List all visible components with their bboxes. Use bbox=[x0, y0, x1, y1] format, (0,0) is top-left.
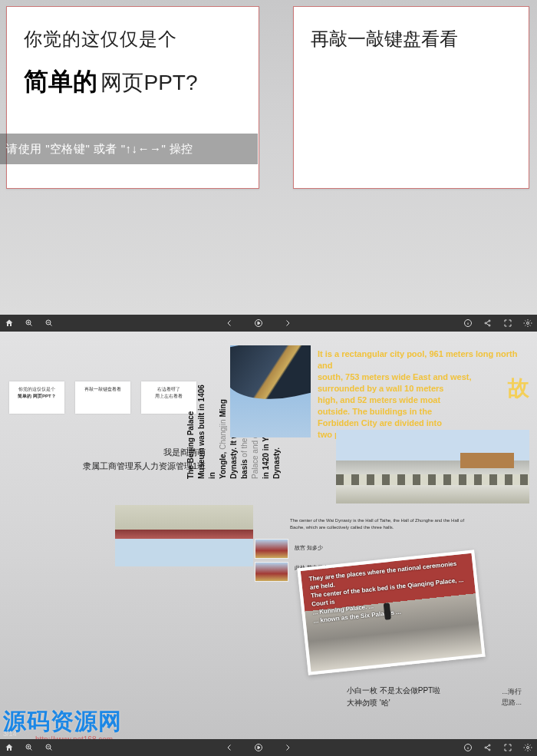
note-d: 思路... bbox=[502, 697, 522, 708]
mini-label-1: 故宫 知多少 bbox=[295, 545, 323, 550]
svg-point-14 bbox=[489, 749, 490, 751]
prev-icon[interactable] bbox=[225, 743, 234, 752]
share-icon[interactable] bbox=[483, 743, 493, 752]
fc-l1: It is a rectangular city pool, 961 meter… bbox=[318, 349, 517, 370]
author-note: 小白一枚 不是太会做PPT啦 大神勿喷 '哈' bbox=[347, 685, 440, 709]
overview-thumb-1[interactable]: 你党的这仅仅是个 简单的 网页PPT？ bbox=[9, 381, 64, 414]
play-icon[interactable] bbox=[254, 743, 263, 752]
prev-icon[interactable] bbox=[225, 319, 234, 328]
zoom-out-icon[interactable] bbox=[44, 743, 54, 752]
svg-point-13 bbox=[489, 744, 490, 746]
flipped-photo bbox=[115, 505, 253, 566]
fc-l3: surrounded by a wall 10 meters bbox=[318, 384, 443, 393]
zoom-in-icon[interactable] bbox=[25, 743, 34, 752]
fc-l4: high, and 52 meters wide moat bbox=[318, 395, 440, 404]
svg-point-15 bbox=[527, 747, 529, 749]
fullscreen-icon[interactable] bbox=[503, 319, 512, 328]
fc-l5: outside. The buildings in the bbox=[318, 407, 432, 416]
next-icon[interactable] bbox=[283, 743, 292, 752]
thumb1-l2: 简单的 网页PPT？ bbox=[11, 393, 63, 400]
play-icon[interactable] bbox=[254, 319, 263, 328]
three-halls-caption: The center of the Wai Dynasty is the Hal… bbox=[290, 517, 466, 531]
author-note-right: ...海行 思路... bbox=[502, 686, 522, 708]
thumb2-l1: 再敲一敲键盘看看 bbox=[77, 386, 129, 393]
info-icon[interactable] bbox=[463, 319, 473, 328]
svg-point-12 bbox=[485, 747, 486, 748]
page-counter: 3/14 bbox=[3, 305, 17, 313]
note-c: ...海行 bbox=[502, 686, 522, 697]
slide-card-2: 再敲一敲键盘看看 bbox=[293, 6, 529, 189]
viewer-toolbar-bottom: 3/14 bbox=[0, 739, 537, 756]
home-icon[interactable] bbox=[5, 743, 14, 752]
home-icon[interactable] bbox=[5, 319, 14, 328]
settings-icon[interactable] bbox=[523, 319, 532, 328]
svg-point-4 bbox=[485, 322, 486, 324]
viewer-toolbar-top: 3/14 bbox=[0, 315, 537, 332]
palace-b: Yongle, bbox=[219, 450, 227, 479]
share-icon[interactable] bbox=[483, 319, 493, 328]
next-icon[interactable] bbox=[283, 319, 292, 328]
mini-thumb-2[interactable] bbox=[255, 562, 288, 582]
palace-bb: Changjin bbox=[219, 419, 227, 449]
top-panel: 你觉的这仅仅是个 简单的 网页PPT? 请使用 "空格键" 或者 "↑↓←→" … bbox=[0, 0, 537, 315]
fc-l2: south, 753 meters wide East and west, bbox=[318, 372, 472, 381]
zoom-out-icon[interactable] bbox=[44, 319, 54, 328]
svg-point-5 bbox=[489, 320, 490, 322]
path-overlay-text: They are the places where the national c… bbox=[308, 559, 469, 626]
card1-bold: 简单的 bbox=[24, 68, 97, 95]
card1-rest: 网页PPT? bbox=[100, 71, 197, 94]
card2-line1: 再敲一敲键盘看看 bbox=[311, 27, 512, 51]
watermark-text: 源码资源网 bbox=[3, 706, 122, 738]
roof-image bbox=[230, 345, 311, 437]
note-a: 小白一枚 不是太会做PPT啦 bbox=[347, 685, 440, 697]
zoom-in-icon[interactable] bbox=[25, 319, 34, 328]
path-photo: They are the places where the national c… bbox=[297, 550, 485, 675]
palace-a: The Beijing Palace Museum was built in 1… bbox=[186, 385, 216, 479]
overview-thumb-2[interactable]: 再敲一敲键盘看看 bbox=[75, 381, 130, 414]
card1-line1: 你觉的这仅仅是个 bbox=[24, 27, 242, 51]
svg-point-6 bbox=[489, 325, 490, 326]
thumb1-l1: 你党的这仅仅是个 bbox=[11, 386, 63, 393]
mini-thumb-1[interactable] bbox=[255, 539, 288, 559]
wall-photo bbox=[336, 430, 529, 503]
note-b: 大神勿喷 '哈' bbox=[347, 697, 440, 709]
page-counter-2: 3/14 bbox=[3, 730, 17, 738]
impress-canvas: 你党的这仅仅是个 简单的 网页PPT？ 再敲一敲键盘看看 右边看呀了 用上左右看… bbox=[0, 332, 537, 739]
svg-point-7 bbox=[527, 322, 529, 325]
fullscreen-icon[interactable] bbox=[503, 743, 512, 752]
instruction-banner: 请使用 "空格键" 或者 "↑↓←→" 操控 bbox=[0, 134, 258, 164]
gu-character: 故 bbox=[508, 382, 529, 394]
palace-d: basis bbox=[240, 457, 249, 479]
fc-l6: Forbidden City are divided into bbox=[318, 418, 442, 428]
settings-icon[interactable] bbox=[523, 743, 532, 752]
info-icon[interactable] bbox=[463, 743, 473, 752]
forbidden-city-text: It is a rectangular city pool, 961 meter… bbox=[318, 348, 529, 441]
